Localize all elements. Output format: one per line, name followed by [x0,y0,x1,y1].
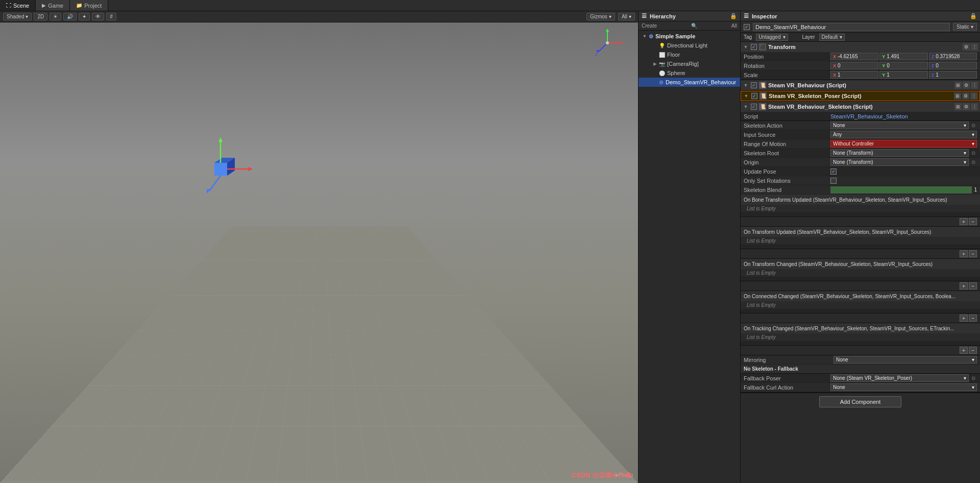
event-header-1[interactable]: On Transform Updated (SteamVR_Behaviour_… [741,227,980,237]
fallback-poser-dropdown[interactable]: None (Steam VR_Skeleton_Poser) ▾ [830,374,969,382]
event-minus-1[interactable]: − [969,250,977,257]
svb-dots-btn[interactable]: ⋮ [971,82,978,89]
svg-point-6 [606,41,609,44]
tree-item-root[interactable]: ▼ ⚙ Simple Sample [639,32,740,41]
event-plus-4[interactable]: + [960,347,968,354]
all-layers-btn[interactable]: All ▾ [618,13,635,20]
bs-dots-btn[interactable]: ⋮ [971,103,978,110]
event-header-4[interactable]: On Tracking Changed (SteamVR_Behaviour_S… [741,323,980,333]
sp-dots-btn[interactable]: ⋮ [970,92,977,100]
event-plus-0[interactable]: + [960,218,968,225]
inspector-lock-icon[interactable]: 🔒 [970,13,977,19]
2d-toggle[interactable]: 2D [34,13,47,20]
event-minus-3[interactable]: − [969,315,977,322]
bs-settings-btn[interactable]: ⚙ [963,103,970,110]
skeleton-blend-row: Skeleton Blend 1 [741,185,980,195]
lighting-btn[interactable]: ☀ [50,13,61,20]
tag-select[interactable]: Untagged ▾ [756,34,788,41]
fallback-poser-link[interactable]: ⊙ [970,375,977,382]
script-link[interactable]: SteamVR_Behaviour_Skeleton [830,113,908,119]
fallback-curl-dropdown[interactable]: None ▾ [830,383,977,391]
hidden-obj-btn[interactable]: 👁 [92,13,104,20]
sp-checkbox[interactable]: ✓ [751,93,757,99]
event-header-2[interactable]: On Transform Changed (SteamVR_Behaviour_… [741,259,980,269]
svg-marker-1 [606,29,609,32]
inspector-object-header: ✓ Static ▾ [741,21,980,33]
bs-header[interactable]: ▼ ✓ 📜 Steam VR_Behaviour_Skeleton (Scrip… [741,102,980,112]
tree-item-camerarig[interactable]: ▶ 📷 [CameraRig] [639,59,740,68]
pos-z-field[interactable]: Z 0.3719528 [929,53,977,60]
svb-copy-btn[interactable]: ⊞ [954,82,962,89]
hierarchy-create[interactable]: Create [642,23,657,29]
event-plus-2[interactable]: + [960,282,968,289]
input-source-dropdown[interactable]: Any ▾ [830,131,977,138]
object-active-checkbox[interactable]: ✓ [744,24,750,30]
tab-game[interactable]: ▶ Game [36,0,70,11]
right-panels: ☰ Hierarchy 🔒 Create 🔍 All ▼ ⚙ Simple Sa… [638,11,980,483]
layer-select[interactable]: Default ▾ [819,34,845,41]
svb-settings-btn[interactable]: ⚙ [963,82,970,89]
transform-settings-btn[interactable]: ⚙ [963,43,970,51]
steamvr-behaviour-header[interactable]: ▼ ✓ 📜 Steam VR_Behaviour (Script) ⊞ ⚙ ⋮ [741,80,980,90]
event-header-0[interactable]: On Bone Transforms Updated (SteamVR_Beha… [741,195,980,205]
prop-update-pose: Update Pose ✓ [741,167,980,176]
chevron-down-icon2: ▾ [609,14,611,19]
bs-checkbox[interactable]: ✓ [751,104,757,110]
scene-viewport[interactable]: Y X Z [0,22,638,483]
chevron-sa: ▾ [964,123,966,128]
mirroring-dropdown[interactable]: None ▾ [834,356,977,364]
event-minus-4[interactable]: − [969,347,977,354]
event-plus-1[interactable]: + [960,250,968,257]
skeleton-action-link[interactable]: ⊙ [970,122,977,129]
scale-x-field[interactable]: X 1 [830,71,878,79]
transform-checkbox[interactable]: ✓ [751,44,757,50]
origin-link[interactable]: ⊙ [970,159,977,166]
event-controls-2: + − [741,281,980,291]
rot-x-field[interactable]: X 0 [830,62,878,69]
svb-checkbox[interactable]: ✓ [751,82,757,88]
tree-item-demo[interactable]: ⚙ Demo_SteamVR_Behaviour [639,78,740,87]
tree-item-directional-light[interactable]: 💡 Directional Light [639,41,740,50]
event-empty-1: List is Empty [741,237,980,245]
pos-x-field[interactable]: X -4.62165 [830,53,878,60]
event-minus-0[interactable]: − [969,218,977,225]
skeleton-root-dropdown[interactable]: None (Transform) ▾ [830,149,969,157]
audio-btn[interactable]: 🔊 [63,13,77,20]
event-plus-3[interactable]: + [960,315,968,322]
sp-copy-btn[interactable]: ⊞ [954,92,961,100]
static-badge[interactable]: Static ▾ [953,23,977,31]
update-pose-checkbox[interactable]: ✓ [830,168,837,175]
object-name-field[interactable] [753,23,950,31]
only-set-rotations-checkbox[interactable] [830,178,837,184]
skeleton-action-dropdown[interactable]: None ▾ [830,122,969,129]
transform-dots-btn[interactable]: ⋮ [971,43,978,51]
tree-item-floor[interactable]: ⬜ Floor [639,50,740,59]
pos-y-field[interactable]: Y 1.491 [879,53,927,60]
add-component-button[interactable]: Add Component [819,396,902,407]
event-minus-2[interactable]: − [969,282,977,289]
scale-y-field[interactable]: Y 1 [879,71,927,79]
tree-icon-demo: ⚙ [659,80,664,85]
skeleton-root-link[interactable]: ⊙ [970,150,977,157]
tab-scene[interactable]: ⛶ Scene [0,0,36,11]
transform-header[interactable]: ▼ ✓ ⬛ Transform ⚙ ⋮ [741,42,980,52]
range-motion-dropdown[interactable]: Without Controller ▾ [830,140,977,148]
origin-dropdown[interactable]: None (Transform) ▾ [830,158,969,166]
tab-project[interactable]: 📁 Project [70,0,108,11]
skeleton-poser-header[interactable]: ▼ ✓ 📜 Steam VR_Skeleton_Poser (Script) ⊞… [741,91,980,101]
gizmos-btn[interactable]: Gizmos ▾ [586,13,615,20]
skeleton-blend-slider[interactable] [830,186,972,194]
grid-btn[interactable]: # [106,13,116,20]
rot-y-field[interactable]: Y 0 [879,62,927,69]
tree-item-sphere[interactable]: ⚪ Sphere [639,68,740,78]
bs-copy-btn[interactable]: ⊞ [954,103,962,110]
fx-btn[interactable]: ✦ [79,13,90,20]
hierarchy-search[interactable]: 🔍 [691,23,697,29]
scale-z-field[interactable]: Z 1 [929,71,977,79]
event-spacer-0 [741,213,980,217]
script-row: Script SteamVR_Behaviour_Skeleton [741,112,980,121]
sp-settings-btn[interactable]: ⚙ [962,92,969,100]
rot-z-field[interactable]: Z 0 [929,62,977,69]
shaded-dropdown[interactable]: Shaded ▾ [3,13,32,20]
event-header-3[interactable]: On Connected Changed (SteamVR_Behaviour_… [741,291,980,301]
